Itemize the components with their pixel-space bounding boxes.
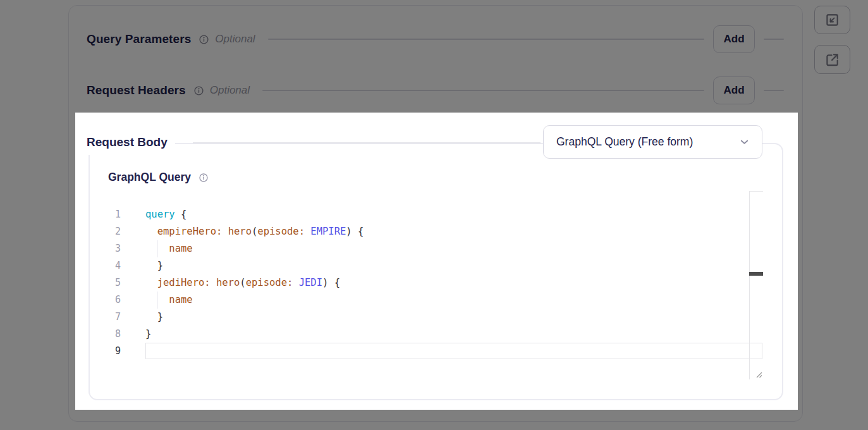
line-number: 8 <box>107 326 121 343</box>
line-number: 1 <box>107 206 121 223</box>
code-text <box>145 343 762 359</box>
code-line[interactable]: 7 } <box>107 309 762 326</box>
query-parameters-section: Query Parameters Optional Add <box>87 25 784 53</box>
request-headers-title: Request Headers <box>87 83 186 97</box>
body-type-select-value: GraphQL Query (Free form) <box>556 135 693 149</box>
line-number: 7 <box>107 309 121 326</box>
code-text: } <box>145 309 163 326</box>
divider <box>764 39 784 40</box>
request-headers-section: Request Headers Optional Add <box>87 77 784 104</box>
line-number: 4 <box>107 257 121 274</box>
graphql-query-label-row: GraphQL Query <box>108 171 209 184</box>
info-icon[interactable] <box>199 173 209 183</box>
code-line[interactable]: 4 } <box>107 257 762 274</box>
api-request-editor-page: Query Parameters Optional Add Request He… <box>0 0 868 430</box>
code-text: jediHero: hero(episode: JEDI) { <box>145 274 340 292</box>
code-text: query { <box>145 206 186 223</box>
code-line[interactable]: 5 jediHero: hero(episode: JEDI) { <box>107 274 762 292</box>
external-link-button[interactable] <box>814 45 850 74</box>
resize-handle-icon[interactable] <box>754 369 763 381</box>
indent-guide <box>157 240 158 257</box>
graphql-editor[interactable]: 1query {2 empireHero: hero(episode: EMPI… <box>107 206 762 360</box>
code-line[interactable]: 3 name <box>107 240 762 257</box>
optional-label: Optional <box>215 33 255 46</box>
body-type-select[interactable]: GraphQL Query (Free form) <box>543 125 762 159</box>
code-text: empireHero: hero(episode: EMPIRE) { <box>145 223 364 240</box>
code-text: } <box>145 326 151 343</box>
line-number: 6 <box>107 292 121 309</box>
line-number: 2 <box>107 223 121 240</box>
optional-label: Optional <box>210 84 250 97</box>
import-arrow-icon <box>825 13 840 27</box>
query-parameters-title: Query Parameters <box>87 32 191 46</box>
add-query-parameter-button[interactable]: Add <box>713 25 755 53</box>
code-line[interactable]: 9 <box>107 343 762 360</box>
info-icon[interactable] <box>193 85 204 96</box>
chevron-down-icon <box>738 136 750 148</box>
line-number: 9 <box>107 343 121 360</box>
divider <box>262 90 704 91</box>
code-line[interactable]: 6 name <box>107 292 762 309</box>
import-arrow-button[interactable] <box>814 6 850 34</box>
divider <box>193 142 541 144</box>
code-line[interactable]: 2 empireHero: hero(episode: EMPIRE) { <box>107 223 762 240</box>
line-number: 5 <box>107 274 121 292</box>
info-icon[interactable] <box>199 34 209 45</box>
editor-scrollbar-thumb[interactable] <box>749 272 763 276</box>
editor-edge <box>749 191 763 192</box>
line-number: 3 <box>107 240 121 257</box>
editor-edge <box>749 191 750 379</box>
code-line[interactable]: 8} <box>107 326 762 343</box>
request-body-title: Request Body <box>81 130 175 155</box>
graphql-query-label: GraphQL Query <box>108 171 191 184</box>
add-request-header-button[interactable]: Add <box>713 77 755 104</box>
code-line[interactable]: 1query { <box>107 206 762 223</box>
code-text: name <box>145 240 193 257</box>
external-link-icon <box>825 52 840 67</box>
code-text: name <box>145 292 193 309</box>
code-text: } <box>145 257 163 274</box>
divider <box>764 90 784 91</box>
indent-guide <box>157 292 158 309</box>
divider <box>268 39 704 40</box>
